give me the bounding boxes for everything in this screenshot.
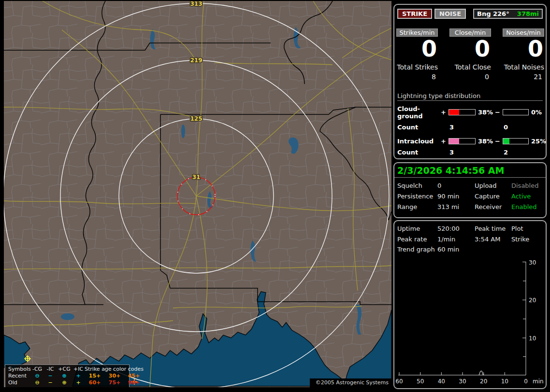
recent-pic-icon: + [72, 373, 85, 379]
trend-tick-labels: 30 20 10 60 50 40 30 20 10 0 min [395, 259, 543, 385]
receiver-status: Enabled [511, 203, 544, 210]
x-tick-10: 10 [501, 378, 508, 385]
intracloud-label: Intracloud [397, 138, 441, 145]
strikes-per-min-value: 0 [396, 37, 438, 61]
range-label: Range [397, 203, 437, 210]
legend-symbols-label: Symbols [8, 366, 30, 373]
nexstorm-window: 313 219 125 31 Symbols -CG -IC +CG +IC [0, 0, 550, 392]
persistence-value: 90 min [437, 193, 475, 200]
y-tick-30: 30 [529, 259, 536, 266]
old-nic-icon: − [44, 379, 57, 386]
old-ncg-icon: ⊖ [30, 379, 44, 386]
ic-plus-bar [449, 138, 476, 144]
cg-plus-bar [449, 109, 476, 115]
legend-recent-label: Recent [8, 373, 30, 379]
legend-old-label: Old [8, 379, 30, 386]
recent-ncg-icon: ⊖ [30, 373, 44, 379]
ring-label-31: 31 [192, 174, 201, 181]
ring-label-125: 125 [190, 115, 202, 122]
total-noises-value: 21 [503, 73, 544, 81]
upload-status: Disabled [511, 182, 544, 189]
capture-status: Active [511, 193, 544, 200]
ic-minus-bar [503, 138, 529, 144]
bearing-readout: Bng 226° 378mi [473, 9, 543, 19]
total-close-label: Total Close [449, 63, 491, 71]
map-area: 313 219 125 31 Symbols -CG -IC +CG +IC [4, 1, 391, 387]
x-tick-0: 0 [524, 378, 528, 385]
y-tick-10: 10 [529, 335, 536, 342]
y-tick-20: 20 [529, 297, 536, 304]
bearing-value: Bng 226° [477, 10, 509, 17]
copyright-text: ©2005 Astrogenic Systems [310, 378, 391, 387]
map-legend: Symbols -CG -IC +CG +IC Strike age color… [5, 364, 130, 387]
trend-axes [398, 262, 526, 375]
squelch-label: Squelch [397, 182, 437, 189]
close-per-min-value: 0 [449, 37, 491, 61]
ic-count-label: Count [397, 149, 441, 156]
total-noises-label: Total Noises [503, 63, 544, 71]
old-pic-icon: + [72, 379, 85, 386]
old-pcg-icon: ⊕ [57, 379, 72, 386]
ic-plus-count: 3 [449, 149, 476, 156]
strike-button[interactable]: STRIKE [397, 9, 432, 19]
trend-spike [479, 371, 483, 376]
persistence-label: Persistence [397, 193, 437, 200]
age-code-75: 75+ [105, 379, 124, 386]
x-tick-30: 30 [459, 378, 466, 385]
x-axis-unit: min [533, 378, 544, 385]
ring-label-313: 313 [190, 1, 202, 7]
x-tick-40: 40 [438, 378, 445, 385]
total-close-value: 0 [449, 73, 491, 81]
distribution-title: Lightning type distribution [397, 92, 543, 101]
recent-nic-icon: − [44, 373, 57, 379]
total-strikes-value: 8 [396, 73, 438, 81]
capture-label: Capture [475, 193, 511, 200]
age-code-60: 60+ [85, 379, 105, 386]
cg-minus-pct: 0% [529, 109, 543, 116]
cg-plus-sign: + [441, 109, 449, 116]
cg-minus-count: 0 [503, 124, 529, 131]
x-tick-20: 20 [480, 378, 487, 385]
age-code-15: 15+ [85, 373, 105, 379]
cg-count-label: Count [397, 124, 441, 131]
counters-panel: STRIKE NOISE Bng 226° 378mi Strikes/min … [393, 4, 547, 159]
age-code-90: 90+ [124, 379, 144, 386]
trend-graph: 30 20 10 60 50 40 30 20 10 0 min [394, 221, 546, 388]
x-tick-50: 50 [417, 378, 424, 385]
map-canvas[interactable]: 313 219 125 31 [4, 1, 391, 387]
cg-plus-pct: 38% [476, 109, 495, 116]
legend-col-ncg: -CG [30, 366, 44, 373]
cg-minus-sign: − [495, 109, 503, 116]
legend-col-nic: -IC [44, 366, 57, 373]
receiver-label: Receiver [475, 203, 511, 210]
range-value: 313 mi [437, 203, 475, 210]
recent-pcg-icon: ⊕ [57, 373, 72, 379]
lightning-distribution: Lightning type distribution Cloud-ground… [397, 92, 543, 156]
settings-panel: 2/3/2026 4:14:56 AM Squelch 0 Upload Dis… [393, 162, 547, 218]
ic-minus-count: 2 [503, 149, 529, 156]
trend-panel: Uptime 520:00 Peak time Plot Peak rate 1… [393, 220, 547, 389]
date-time-display: 2/3/2026 4:14:56 AM [394, 163, 546, 178]
ic-plus-pct: 38% [476, 138, 495, 145]
legend-col-pcg: +CG [57, 366, 72, 373]
ring-label-219: 219 [190, 57, 202, 64]
noise-button[interactable]: NOISE [434, 9, 466, 19]
bearing-range-value: 378mi [517, 10, 539, 17]
ic-minus-pct: 25% [529, 138, 546, 145]
cg-minus-bar [503, 109, 529, 115]
x-tick-60: 60 [395, 378, 403, 385]
age-code-45: 45+ [124, 373, 144, 379]
noises-per-min-value: 0 [503, 37, 544, 61]
ic-plus-sign: + [441, 138, 449, 145]
upload-label: Upload [475, 182, 511, 189]
legend-col-pic: +IC [72, 366, 85, 373]
total-strikes-label: Total Strikes [396, 63, 438, 71]
cg-plus-count: 3 [449, 124, 476, 131]
age-code-30: 30+ [105, 373, 124, 379]
legend-age-title: Strike age color codes [85, 366, 144, 373]
rate-counters: Strikes/min 0 Total Strikes 8 Close/min … [394, 28, 546, 81]
ic-minus-sign: − [495, 138, 503, 145]
cloud-ground-label: Cloud-ground [397, 105, 441, 120]
squelch-value: 0 [437, 182, 475, 189]
